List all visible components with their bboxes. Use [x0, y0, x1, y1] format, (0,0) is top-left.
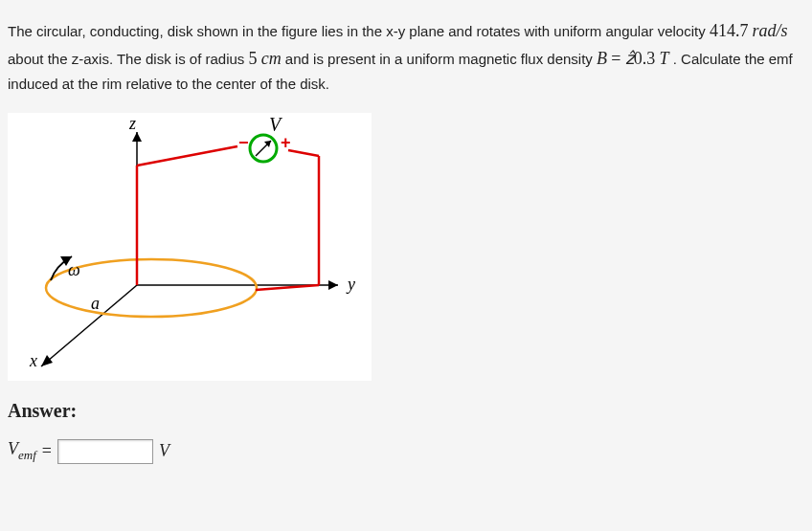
- svg-line-4: [41, 285, 137, 366]
- answer-variable: Vemf: [8, 439, 36, 463]
- svg-marker-3: [132, 132, 142, 142]
- radius-unit: cm: [261, 49, 282, 68]
- svg-line-10: [288, 150, 319, 156]
- problem-text-1: The circular, conducting, disk shown in …: [8, 23, 710, 39]
- omega-label: ω: [68, 260, 80, 279]
- answer-unit: V: [159, 441, 169, 461]
- svg-marker-5: [41, 355, 53, 366]
- flux-density-value: 0.3: [634, 49, 656, 68]
- z-label: z: [128, 118, 136, 133]
- emf-input[interactable]: [57, 439, 153, 464]
- answer-row: Vemf = V: [8, 439, 795, 464]
- answer-section: Answer: Vemf = V: [8, 400, 795, 464]
- svg-marker-1: [328, 280, 338, 290]
- answer-heading: Answer:: [8, 400, 795, 422]
- plus-label: +: [281, 133, 291, 152]
- minus-label: −: [238, 133, 249, 152]
- x-label: x: [29, 351, 37, 370]
- z-hat: ẑ: [625, 49, 634, 68]
- a-label: a: [91, 294, 100, 313]
- answer-equals: =: [42, 441, 52, 461]
- radius-value: 5: [249, 49, 258, 68]
- b-variable: B: [597, 49, 607, 68]
- angular-velocity-value: 414.7: [710, 21, 749, 40]
- problem-text-2: about the z-axis. The disk is of radius: [8, 51, 249, 67]
- equals-sign: =: [611, 49, 625, 68]
- y-label: y: [346, 275, 355, 294]
- flux-unit: T: [660, 49, 669, 68]
- svg-line-9: [137, 146, 237, 166]
- physics-diagram: y z x ω a: [12, 118, 367, 376]
- angular-velocity-unit: rad/s: [753, 21, 788, 40]
- problem-statement: The circular, conducting, disk shown in …: [8, 17, 795, 96]
- figure-diagram: y z x ω a: [8, 113, 372, 381]
- problem-text-3: and is present in a uniform magnetic flu…: [285, 51, 597, 67]
